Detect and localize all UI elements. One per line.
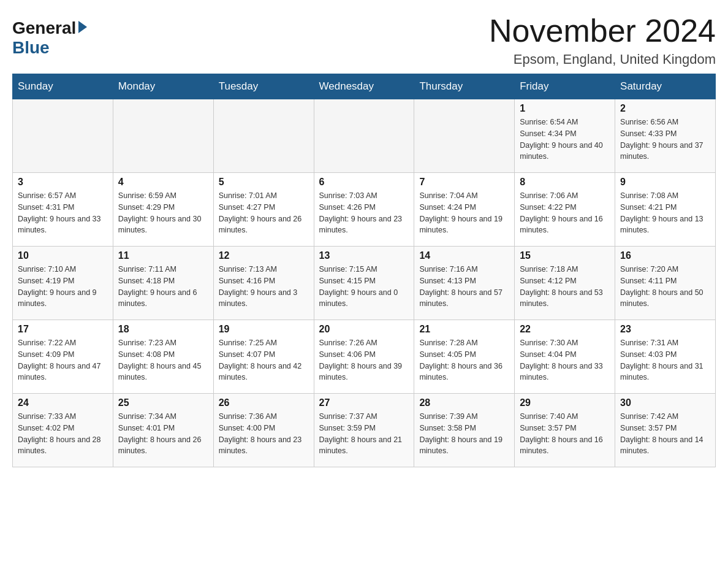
- calendar-cell: 28Sunrise: 7:39 AMSunset: 3:58 PMDayligh…: [414, 394, 515, 467]
- weekday-header-saturday: Saturday: [615, 74, 716, 99]
- day-number: 29: [520, 397, 610, 408]
- day-number: 27: [319, 397, 409, 408]
- day-number: 23: [620, 324, 710, 335]
- day-info: Sunrise: 7:33 AMSunset: 4:02 PMDaylight:…: [18, 411, 108, 457]
- day-number: 16: [620, 250, 710, 261]
- calendar-cell: 11Sunrise: 7:11 AMSunset: 4:18 PMDayligh…: [113, 247, 213, 320]
- calendar-cell: [13, 99, 113, 173]
- calendar-cell: [113, 99, 213, 173]
- calendar-week-row-3: 10Sunrise: 7:10 AMSunset: 4:19 PMDayligh…: [13, 247, 716, 320]
- page-header: General Blue November 2024 Epsom, Englan…: [12, 12, 716, 67]
- day-info: Sunrise: 7:23 AMSunset: 4:08 PMDaylight:…: [118, 337, 208, 383]
- calendar-cell: [314, 99, 414, 173]
- calendar-week-row-1: 1Sunrise: 6:54 AMSunset: 4:34 PMDaylight…: [13, 99, 716, 173]
- calendar-cell: 26Sunrise: 7:36 AMSunset: 4:00 PMDayligh…: [213, 394, 314, 467]
- day-info: Sunrise: 7:40 AMSunset: 3:57 PMDaylight:…: [520, 411, 610, 457]
- calendar-cell: 2Sunrise: 6:56 AMSunset: 4:33 PMDaylight…: [615, 99, 716, 173]
- day-number: 14: [419, 250, 509, 261]
- day-number: 6: [319, 177, 409, 188]
- day-number: 12: [219, 250, 309, 261]
- calendar-cell: 17Sunrise: 7:22 AMSunset: 4:09 PMDayligh…: [13, 320, 113, 394]
- weekday-header-row: SundayMondayTuesdayWednesdayThursdayFrid…: [13, 74, 716, 99]
- day-info: Sunrise: 7:36 AMSunset: 4:00 PMDaylight:…: [219, 411, 309, 457]
- day-info: Sunrise: 7:26 AMSunset: 4:06 PMDaylight:…: [319, 337, 409, 383]
- calendar-cell: 23Sunrise: 7:31 AMSunset: 4:03 PMDayligh…: [615, 320, 716, 394]
- weekday-header-wednesday: Wednesday: [314, 74, 414, 99]
- calendar-cell: 13Sunrise: 7:15 AMSunset: 4:15 PMDayligh…: [314, 247, 414, 320]
- day-info: Sunrise: 7:13 AMSunset: 4:16 PMDaylight:…: [219, 264, 309, 310]
- day-number: 1: [520, 103, 610, 114]
- calendar-cell: [414, 99, 515, 173]
- day-number: 17: [18, 324, 108, 335]
- day-number: 19: [219, 324, 309, 335]
- day-number: 30: [620, 397, 710, 408]
- day-info: Sunrise: 7:25 AMSunset: 4:07 PMDaylight:…: [219, 337, 309, 383]
- day-number: 9: [620, 177, 710, 188]
- calendar-week-row-5: 24Sunrise: 7:33 AMSunset: 4:02 PMDayligh…: [13, 394, 716, 467]
- calendar-cell: 14Sunrise: 7:16 AMSunset: 4:13 PMDayligh…: [414, 247, 515, 320]
- calendar-cell: 20Sunrise: 7:26 AMSunset: 4:06 PMDayligh…: [314, 320, 414, 394]
- calendar-cell: 16Sunrise: 7:20 AMSunset: 4:11 PMDayligh…: [615, 247, 716, 320]
- calendar-cell: 22Sunrise: 7:30 AMSunset: 4:04 PMDayligh…: [515, 320, 615, 394]
- day-info: Sunrise: 7:20 AMSunset: 4:11 PMDaylight:…: [620, 264, 710, 310]
- calendar-cell: 10Sunrise: 7:10 AMSunset: 4:19 PMDayligh…: [13, 247, 113, 320]
- day-info: Sunrise: 6:59 AMSunset: 4:29 PMDaylight:…: [118, 190, 208, 236]
- weekday-header-monday: Monday: [113, 74, 213, 99]
- day-info: Sunrise: 7:28 AMSunset: 4:05 PMDaylight:…: [419, 337, 509, 383]
- day-number: 8: [520, 177, 610, 188]
- calendar-cell: 12Sunrise: 7:13 AMSunset: 4:16 PMDayligh…: [213, 247, 314, 320]
- calendar-week-row-2: 3Sunrise: 6:57 AMSunset: 4:31 PMDaylight…: [13, 173, 716, 247]
- day-info: Sunrise: 7:03 AMSunset: 4:26 PMDaylight:…: [319, 190, 409, 236]
- calendar-cell: 21Sunrise: 7:28 AMSunset: 4:05 PMDayligh…: [414, 320, 515, 394]
- day-number: 24: [18, 397, 108, 408]
- day-info: Sunrise: 6:54 AMSunset: 4:34 PMDaylight:…: [520, 117, 610, 163]
- day-number: 26: [219, 397, 309, 408]
- calendar-cell: 18Sunrise: 7:23 AMSunset: 4:08 PMDayligh…: [113, 320, 213, 394]
- calendar-cell: 3Sunrise: 6:57 AMSunset: 4:31 PMDaylight…: [13, 173, 113, 247]
- day-number: 22: [520, 324, 610, 335]
- day-info: Sunrise: 7:18 AMSunset: 4:12 PMDaylight:…: [520, 264, 610, 310]
- location: Epsom, England, United Kingdom: [489, 52, 716, 67]
- logo-blue-text: Blue: [12, 38, 50, 58]
- calendar-cell: 6Sunrise: 7:03 AMSunset: 4:26 PMDaylight…: [314, 173, 414, 247]
- calendar-cell: 24Sunrise: 7:33 AMSunset: 4:02 PMDayligh…: [13, 394, 113, 467]
- day-number: 20: [319, 324, 409, 335]
- calendar-cell: [213, 99, 314, 173]
- calendar-cell: 4Sunrise: 6:59 AMSunset: 4:29 PMDaylight…: [113, 173, 213, 247]
- day-info: Sunrise: 6:57 AMSunset: 4:31 PMDaylight:…: [18, 190, 108, 236]
- calendar-cell: 30Sunrise: 7:42 AMSunset: 3:57 PMDayligh…: [615, 394, 716, 467]
- day-info: Sunrise: 7:31 AMSunset: 4:03 PMDaylight:…: [620, 337, 710, 383]
- day-info: Sunrise: 7:08 AMSunset: 4:21 PMDaylight:…: [620, 190, 710, 236]
- logo-arrow-icon: [78, 21, 87, 33]
- weekday-header-thursday: Thursday: [414, 74, 515, 99]
- weekday-header-tuesday: Tuesday: [213, 74, 314, 99]
- day-number: 3: [18, 177, 108, 188]
- day-number: 2: [620, 103, 710, 114]
- weekday-header-friday: Friday: [515, 74, 615, 99]
- day-number: 5: [219, 177, 309, 188]
- day-number: 11: [118, 250, 208, 261]
- day-info: Sunrise: 7:10 AMSunset: 4:19 PMDaylight:…: [18, 264, 108, 310]
- calendar-cell: 1Sunrise: 6:54 AMSunset: 4:34 PMDaylight…: [515, 99, 615, 173]
- day-info: Sunrise: 7:37 AMSunset: 3:59 PMDaylight:…: [319, 411, 409, 457]
- day-number: 4: [118, 177, 208, 188]
- day-info: Sunrise: 7:04 AMSunset: 4:24 PMDaylight:…: [419, 190, 509, 236]
- calendar-cell: 9Sunrise: 7:08 AMSunset: 4:21 PMDaylight…: [615, 173, 716, 247]
- day-number: 13: [319, 250, 409, 261]
- day-info: Sunrise: 7:39 AMSunset: 3:58 PMDaylight:…: [419, 411, 509, 457]
- day-number: 15: [520, 250, 610, 261]
- title-area: November 2024 Epsom, England, United Kin…: [489, 12, 716, 67]
- day-info: Sunrise: 7:42 AMSunset: 3:57 PMDaylight:…: [620, 411, 710, 457]
- day-info: Sunrise: 7:15 AMSunset: 4:15 PMDaylight:…: [319, 264, 409, 310]
- day-info: Sunrise: 7:30 AMSunset: 4:04 PMDaylight:…: [520, 337, 610, 383]
- calendar-week-row-4: 17Sunrise: 7:22 AMSunset: 4:09 PMDayligh…: [13, 320, 716, 394]
- calendar-cell: 25Sunrise: 7:34 AMSunset: 4:01 PMDayligh…: [113, 394, 213, 467]
- calendar-cell: 7Sunrise: 7:04 AMSunset: 4:24 PMDaylight…: [414, 173, 515, 247]
- logo: General Blue: [12, 18, 87, 58]
- calendar-cell: 29Sunrise: 7:40 AMSunset: 3:57 PMDayligh…: [515, 394, 615, 467]
- calendar-cell: 5Sunrise: 7:01 AMSunset: 4:27 PMDaylight…: [213, 173, 314, 247]
- weekday-header-sunday: Sunday: [13, 74, 113, 99]
- calendar-cell: 15Sunrise: 7:18 AMSunset: 4:12 PMDayligh…: [515, 247, 615, 320]
- day-number: 10: [18, 250, 108, 261]
- logo-general-text: General: [12, 18, 76, 38]
